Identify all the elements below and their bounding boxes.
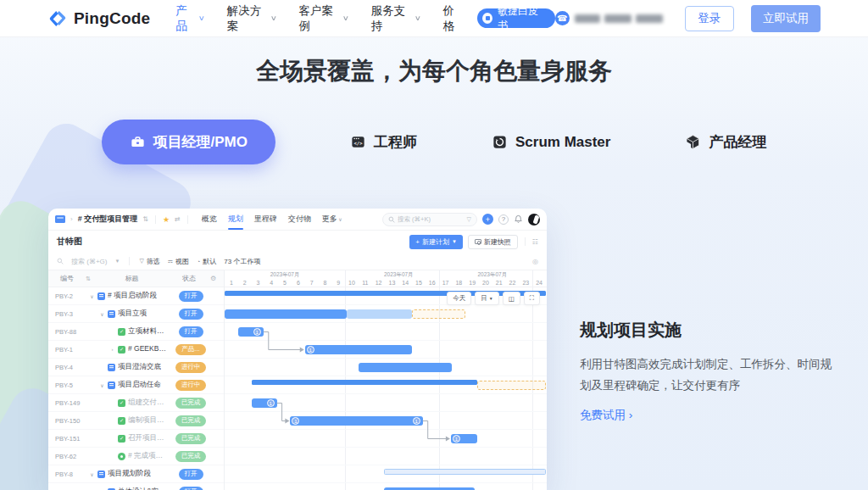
table-row[interactable]: PBY-3∨项目立项打开: [48, 305, 224, 323]
status-badge[interactable]: 已完成: [175, 415, 207, 426]
breadcrumb-project[interactable]: # 交付型项目管理: [78, 214, 138, 225]
help-icon[interactable]: ?: [498, 214, 509, 225]
gantt-bar-solid[interactable]: [290, 416, 422, 426]
gantt-bar-summary[interactable]: [252, 380, 478, 385]
work-item-title[interactable]: 组建交付群和工作台: [128, 398, 170, 408]
app-tab-planning[interactable]: 规划: [228, 209, 243, 230]
gear-icon[interactable]: ⚙: [210, 275, 224, 282]
expand-chevron-icon[interactable]: ∨: [99, 311, 105, 317]
gantt-bar-dashed[interactable]: [412, 309, 465, 319]
work-item-title[interactable]: 立项材料编辑: [128, 326, 170, 337]
table-row[interactable]: PBY-8∨项目规划阶段打开: [48, 465, 224, 483]
favorite-star-icon[interactable]: ★: [163, 215, 170, 224]
nav-item-pricing[interactable]: 价格: [442, 3, 463, 34]
work-item-title[interactable]: # 项目启动阶段: [108, 291, 157, 301]
gantt-bar-summary_light[interactable]: [384, 469, 546, 475]
table-row[interactable]: PBY-88立项材料编辑打开: [48, 323, 224, 341]
whitepaper-badge[interactable]: 敏捷白皮书: [477, 8, 555, 28]
app-tab-deliverables[interactable]: 交付物: [288, 209, 311, 230]
column-status[interactable]: 状态: [168, 274, 210, 283]
status-badge[interactable]: 打开: [179, 487, 203, 490]
sort-toggle-icon[interactable]: ⇅: [142, 215, 148, 223]
expand-chevron-icon[interactable]: ∨: [89, 293, 95, 299]
expand-chevron-icon[interactable]: ›: [109, 347, 115, 352]
work-item-title[interactable]: 编制项目章程: [128, 415, 170, 426]
today-button[interactable]: 今天: [447, 292, 471, 305]
app-tab-more[interactable]: 更多 ∨: [322, 209, 342, 230]
dependency-count-badge[interactable]: 1: [253, 328, 261, 336]
table-row[interactable]: PBY-4项目澄清交底进行中: [48, 359, 224, 376]
project-folder-icon[interactable]: [55, 215, 65, 223]
work-item-title[interactable]: # GEEKBOOKS 极...: [128, 344, 170, 354]
filter-button[interactable]: ▽筛选: [139, 257, 159, 266]
dependency-count-badge[interactable]: 1: [267, 399, 275, 407]
nav-item-products[interactable]: 产品∨: [175, 3, 203, 34]
expand-chevron-icon[interactable]: ∨: [99, 382, 105, 388]
work-item-title[interactable]: 总体设计&实施方案（...: [118, 487, 170, 490]
nav-item-customer-cases[interactable]: 客户案例∨: [299, 3, 348, 34]
new-plan-button[interactable]: + 新建计划 ▼: [409, 235, 463, 249]
status-badge[interactable]: 产品...: [175, 344, 205, 355]
status-badge[interactable]: 已完成: [175, 433, 207, 444]
list-view-icon[interactable]: ☷: [532, 238, 538, 246]
status-badge[interactable]: 打开: [179, 309, 203, 320]
table-row[interactable]: PBY-1›# GEEKBOOKS 极...产品...: [48, 341, 224, 359]
split-columns-icon[interactable]: ◫: [503, 292, 520, 305]
status-badge[interactable]: 打开: [179, 469, 203, 480]
dependency-count-badge[interactable]: 1: [453, 435, 460, 443]
app-search-box[interactable]: 搜索 (⌘+K) ▽: [382, 213, 477, 226]
table-row[interactable]: PBY-62# 完成项目启动阶段...已完成: [48, 448, 224, 465]
notification-bell-icon[interactable]: [514, 214, 523, 224]
table-row[interactable]: PBY-9›总体设计&实施方案（...打开: [48, 483, 224, 490]
status-badge[interactable]: 进行中: [175, 362, 207, 373]
try-now-button[interactable]: 立即试用: [751, 5, 821, 32]
table-row[interactable]: PBY-149组建交付群和工作台已完成: [48, 394, 224, 412]
switch-project-icon[interactable]: ⇄: [175, 215, 181, 223]
work-item-title[interactable]: 项目澄清交底: [118, 362, 161, 372]
free-trial-link[interactable]: 免费试用 ›: [580, 408, 632, 423]
gantt-bar-light[interactable]: [347, 309, 412, 319]
nav-item-solutions[interactable]: 解决方案∨: [227, 3, 276, 34]
column-title[interactable]: 标题: [96, 274, 168, 283]
chevron-down-icon[interactable]: ▼: [114, 259, 120, 264]
tab-engineer[interactable]: </>工程师: [350, 132, 417, 152]
app-tab-milestones[interactable]: 里程碑: [254, 209, 277, 230]
dependency-count-badge[interactable]: 1: [413, 417, 420, 425]
new-snapshot-button[interactable]: 新建快照: [468, 235, 518, 249]
work-item-title[interactable]: 项目规划阶段: [108, 469, 151, 479]
table-row[interactable]: PBY-151召开项目开工会已完成: [48, 430, 224, 448]
lightbulb-icon[interactable]: ◎: [532, 258, 538, 265]
table-row[interactable]: PBY-150编制项目章程已完成: [48, 412, 224, 430]
tab-pm-pmo[interactable]: 项目经理/PMO: [102, 120, 275, 164]
brand-logo[interactable]: PingCode: [47, 8, 150, 29]
work-item-title[interactable]: 项目立项: [118, 309, 147, 319]
status-badge[interactable]: 已完成: [175, 451, 207, 462]
gantt-bar-solid[interactable]: [384, 487, 475, 490]
dependency-count-badge[interactable]: 1: [292, 417, 299, 425]
app-tab-overview[interactable]: 概览: [202, 209, 217, 230]
view-button[interactable]: ⚎视图: [168, 257, 189, 266]
gantt-search-placeholder[interactable]: 搜索 (⌘+G): [71, 257, 107, 266]
nav-item-support[interactable]: 服务支持∨: [371, 3, 420, 34]
tab-product-manager[interactable]: 产品经理: [685, 132, 766, 152]
status-badge[interactable]: 打开: [179, 326, 203, 337]
add-button[interactable]: +: [482, 214, 493, 225]
sort-icon[interactable]: ⇅: [86, 276, 96, 282]
status-badge[interactable]: 已完成: [175, 398, 207, 409]
table-row[interactable]: PBY-2∨# 项目启动阶段打开: [48, 287, 224, 305]
gantt-bar-solid[interactable]: [225, 309, 347, 319]
zoom-level-button[interactable]: 日▼: [475, 292, 498, 305]
user-avatar[interactable]: [528, 214, 540, 226]
tab-scrum-master[interactable]: Scrum Master: [492, 134, 610, 151]
default-view-button[interactable]: ◔默认: [197, 257, 216, 266]
gantt-bar-solid[interactable]: [359, 363, 453, 372]
expand-chevron-icon[interactable]: ∨: [89, 471, 95, 477]
work-item-title[interactable]: 召开项目开工会: [128, 433, 170, 443]
fullscreen-icon[interactable]: ⛶: [524, 292, 540, 305]
table-row[interactable]: PBY-5∨项目启动任命进行中: [48, 376, 224, 394]
filter-funnel-icon[interactable]: ▽: [467, 216, 471, 223]
work-item-title[interactable]: # 完成项目启动阶段...: [128, 451, 170, 461]
work-item-title[interactable]: 项目启动任命: [118, 380, 161, 390]
status-badge[interactable]: 进行中: [175, 380, 207, 391]
gantt-bar-solid[interactable]: [305, 345, 412, 354]
